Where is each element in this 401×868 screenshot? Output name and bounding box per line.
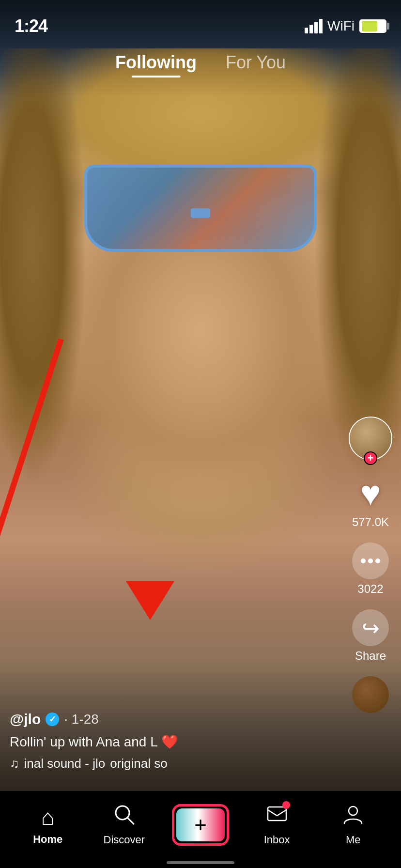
like-action[interactable]: ♥ 577.0K xyxy=(351,474,390,529)
sunglasses-bridge xyxy=(191,208,210,218)
tab-following[interactable]: Following xyxy=(115,50,197,75)
nav-item-me[interactable]: Me xyxy=(315,803,391,846)
follow-plus-button[interactable]: + xyxy=(364,451,377,465)
hair-overlay xyxy=(0,48,401,484)
username[interactable]: @jlo xyxy=(10,711,41,728)
sound-suffix: original so xyxy=(110,756,168,771)
inbox-icon-wrapper xyxy=(266,803,288,831)
nav-item-home[interactable]: ⌂ Home xyxy=(10,804,86,846)
likes-count: 577.0K xyxy=(352,515,389,529)
right-action-bar: + ♥ 577.0K 3022 ↪ Share xyxy=(349,417,392,713)
signal-bar-2 xyxy=(309,25,313,33)
svg-line-1 xyxy=(127,818,134,824)
comment-dots xyxy=(361,558,380,563)
inbox-label: Inbox xyxy=(264,834,290,846)
share-action[interactable]: ↪ Share xyxy=(352,609,389,663)
svg-rect-2 xyxy=(268,807,286,821)
home-indicator xyxy=(167,861,234,864)
like-icon-container: ♥ xyxy=(351,474,390,512)
username-row: @jlo ✓ · 1-28 xyxy=(10,711,178,728)
status-icons: WiFi xyxy=(305,18,386,34)
dot-2 xyxy=(368,558,373,563)
dot-3 xyxy=(375,558,380,563)
sound-action[interactable] xyxy=(352,676,389,713)
discover-icon xyxy=(113,803,135,831)
nav-item-create[interactable]: + xyxy=(162,804,239,846)
comments-count: 3022 xyxy=(357,582,383,596)
svg-point-3 xyxy=(349,806,357,815)
verified-badge: ✓ xyxy=(46,713,59,726)
sound-text: inal sound - jlo xyxy=(24,756,106,771)
battery-fill xyxy=(362,21,377,31)
share-label: Share xyxy=(355,649,386,663)
content-info: @jlo ✓ · 1-28 Rollin' up with Ana and L … xyxy=(10,711,178,771)
home-icon: ⌂ xyxy=(41,804,55,830)
plus-icon: + xyxy=(194,813,207,837)
create-button[interactable]: + xyxy=(176,808,225,841)
bottom-navigation: ⌂ Home Discover + xyxy=(0,790,401,868)
heart-emoji: ❤️ xyxy=(161,734,178,749)
caption: Rollin' up with Ana and L ❤️ xyxy=(10,732,178,751)
tab-for-you[interactable]: For You xyxy=(226,50,286,75)
comment-action[interactable]: 3022 xyxy=(352,542,389,596)
me-icon xyxy=(342,803,364,831)
inbox-icon xyxy=(266,805,288,830)
nav-item-inbox[interactable]: Inbox xyxy=(239,803,315,846)
status-bar: 1:24 WiFi xyxy=(0,0,401,43)
annotation-arrow-head xyxy=(126,581,174,620)
post-date: · 1-28 xyxy=(64,712,99,727)
home-label: Home xyxy=(33,833,62,846)
plus-button-border: + xyxy=(172,804,229,846)
inbox-notification-dot xyxy=(282,801,290,809)
wifi-icon: WiFi xyxy=(327,18,355,34)
status-time: 1:24 xyxy=(15,16,47,36)
dot-1 xyxy=(361,558,366,563)
signal-bars-icon xyxy=(305,19,323,33)
battery-tip xyxy=(387,23,389,30)
signal-bar-3 xyxy=(314,22,318,33)
creator-avatar-item[interactable]: + xyxy=(349,417,392,460)
me-label: Me xyxy=(346,834,361,846)
signal-bar-1 xyxy=(305,28,308,33)
battery-icon xyxy=(359,19,386,33)
sound-avatar xyxy=(352,676,389,713)
sound-row[interactable]: ♫ inal sound - jlo original so xyxy=(10,756,178,771)
heart-icon: ♥ xyxy=(360,476,381,511)
top-navigation: Following For You xyxy=(0,43,401,82)
comment-icon xyxy=(352,542,389,579)
share-icon: ↪ xyxy=(352,609,389,646)
avatar-wrapper: + xyxy=(349,417,392,460)
discover-label: Discover xyxy=(104,834,145,846)
signal-bar-4 xyxy=(319,19,323,33)
nav-item-discover[interactable]: Discover xyxy=(86,803,163,846)
music-note-icon: ♫ xyxy=(10,756,19,771)
